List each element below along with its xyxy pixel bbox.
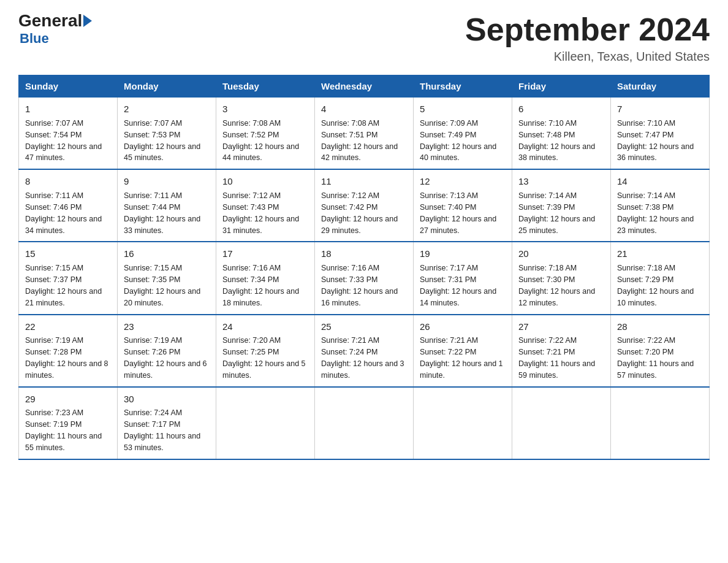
calendar-body: 1Sunrise: 7:07 AMSunset: 7:54 PMDaylight… bbox=[19, 98, 710, 459]
logo-arrow-icon bbox=[83, 15, 92, 27]
day-number: 28 bbox=[617, 320, 703, 334]
day-info: Sunrise: 7:12 AMSunset: 7:42 PMDaylight:… bbox=[321, 191, 398, 235]
calendar-cell: 14Sunrise: 7:14 AMSunset: 7:38 PMDayligh… bbox=[611, 169, 710, 242]
day-info: Sunrise: 7:10 AMSunset: 7:47 PMDaylight:… bbox=[617, 119, 694, 163]
calendar-week-row: 22Sunrise: 7:19 AMSunset: 7:28 PMDayligh… bbox=[19, 315, 710, 387]
day-info: Sunrise: 7:21 AMSunset: 7:22 PMDaylight:… bbox=[420, 336, 503, 380]
calendar-cell: 23Sunrise: 7:19 AMSunset: 7:26 PMDayligh… bbox=[118, 315, 216, 387]
calendar-cell: 12Sunrise: 7:13 AMSunset: 7:40 PMDayligh… bbox=[414, 169, 512, 242]
day-info: Sunrise: 7:14 AMSunset: 7:38 PMDaylight:… bbox=[617, 191, 694, 235]
page-header: General Blue September 2024 Killeen, Tex… bbox=[18, 12, 710, 64]
day-info: Sunrise: 7:18 AMSunset: 7:30 PMDaylight:… bbox=[518, 264, 595, 307]
day-info: Sunrise: 7:22 AMSunset: 7:20 PMDaylight:… bbox=[617, 336, 694, 380]
day-info: Sunrise: 7:14 AMSunset: 7:39 PMDaylight:… bbox=[518, 191, 595, 235]
calendar-week-row: 29Sunrise: 7:23 AMSunset: 7:19 PMDayligh… bbox=[19, 387, 710, 459]
day-info: Sunrise: 7:07 AMSunset: 7:53 PMDaylight:… bbox=[124, 119, 200, 163]
calendar-cell: 25Sunrise: 7:21 AMSunset: 7:24 PMDayligh… bbox=[315, 315, 414, 387]
day-number: 2 bbox=[124, 102, 210, 116]
day-number: 4 bbox=[321, 102, 407, 116]
calendar-cell: 19Sunrise: 7:17 AMSunset: 7:31 PMDayligh… bbox=[414, 242, 512, 314]
day-number: 23 bbox=[124, 320, 210, 334]
day-info: Sunrise: 7:18 AMSunset: 7:29 PMDaylight:… bbox=[617, 264, 694, 307]
logo-general: General bbox=[18, 12, 92, 29]
calendar-cell: 30Sunrise: 7:24 AMSunset: 7:17 PMDayligh… bbox=[118, 387, 216, 459]
day-info: Sunrise: 7:24 AMSunset: 7:17 PMDaylight:… bbox=[124, 408, 200, 452]
day-info: Sunrise: 7:17 AMSunset: 7:31 PMDaylight:… bbox=[420, 264, 496, 307]
calendar-cell: 8Sunrise: 7:11 AMSunset: 7:46 PMDaylight… bbox=[19, 169, 118, 242]
day-number: 29 bbox=[25, 393, 111, 406]
calendar-cell bbox=[216, 387, 315, 459]
calendar-cell: 7Sunrise: 7:10 AMSunset: 7:47 PMDaylight… bbox=[611, 98, 710, 170]
title-block: September 2024 Killeen, Texas, United St… bbox=[465, 12, 710, 64]
day-header-saturday: Saturday bbox=[611, 75, 710, 98]
day-info: Sunrise: 7:08 AMSunset: 7:51 PMDaylight:… bbox=[321, 119, 398, 163]
calendar-cell: 18Sunrise: 7:16 AMSunset: 7:33 PMDayligh… bbox=[315, 242, 414, 314]
calendar-cell bbox=[315, 387, 414, 459]
calendar-cell: 17Sunrise: 7:16 AMSunset: 7:34 PMDayligh… bbox=[216, 242, 315, 314]
calendar-cell: 9Sunrise: 7:11 AMSunset: 7:44 PMDaylight… bbox=[118, 169, 216, 242]
calendar-cell: 6Sunrise: 7:10 AMSunset: 7:48 PMDaylight… bbox=[512, 98, 611, 170]
day-info: Sunrise: 7:07 AMSunset: 7:54 PMDaylight:… bbox=[25, 119, 102, 163]
day-number: 11 bbox=[321, 175, 407, 188]
day-info: Sunrise: 7:12 AMSunset: 7:43 PMDaylight:… bbox=[222, 191, 299, 235]
day-number: 13 bbox=[518, 175, 604, 188]
day-number: 9 bbox=[124, 175, 210, 188]
calendar-week-row: 8Sunrise: 7:11 AMSunset: 7:46 PMDaylight… bbox=[19, 169, 710, 242]
calendar-cell bbox=[414, 387, 512, 459]
calendar-title: September 2024 bbox=[465, 12, 710, 47]
calendar-cell: 20Sunrise: 7:18 AMSunset: 7:30 PMDayligh… bbox=[512, 242, 611, 314]
calendar-cell: 2Sunrise: 7:07 AMSunset: 7:53 PMDaylight… bbox=[118, 98, 216, 170]
day-number: 17 bbox=[222, 247, 308, 261]
day-header-monday: Monday bbox=[118, 75, 216, 98]
day-info: Sunrise: 7:19 AMSunset: 7:28 PMDaylight:… bbox=[25, 336, 108, 380]
day-number: 27 bbox=[518, 320, 604, 334]
calendar-cell: 21Sunrise: 7:18 AMSunset: 7:29 PMDayligh… bbox=[611, 242, 710, 314]
day-info: Sunrise: 7:11 AMSunset: 7:46 PMDaylight:… bbox=[25, 191, 102, 235]
day-info: Sunrise: 7:16 AMSunset: 7:34 PMDaylight:… bbox=[222, 264, 299, 307]
calendar-cell: 29Sunrise: 7:23 AMSunset: 7:19 PMDayligh… bbox=[19, 387, 118, 459]
calendar-cell: 15Sunrise: 7:15 AMSunset: 7:37 PMDayligh… bbox=[19, 242, 118, 314]
day-info: Sunrise: 7:16 AMSunset: 7:33 PMDaylight:… bbox=[321, 264, 398, 307]
calendar-cell: 1Sunrise: 7:07 AMSunset: 7:54 PMDaylight… bbox=[19, 98, 118, 170]
day-number: 15 bbox=[25, 247, 111, 261]
calendar-location: Killeen, Texas, United States bbox=[465, 50, 710, 64]
day-number: 7 bbox=[617, 102, 703, 116]
calendar-cell: 24Sunrise: 7:20 AMSunset: 7:25 PMDayligh… bbox=[216, 315, 315, 387]
calendar-cell: 13Sunrise: 7:14 AMSunset: 7:39 PMDayligh… bbox=[512, 169, 611, 242]
day-info: Sunrise: 7:19 AMSunset: 7:26 PMDaylight:… bbox=[124, 336, 207, 380]
day-info: Sunrise: 7:11 AMSunset: 7:44 PMDaylight:… bbox=[124, 191, 200, 235]
day-info: Sunrise: 7:15 AMSunset: 7:37 PMDaylight:… bbox=[25, 264, 102, 307]
day-number: 8 bbox=[25, 175, 111, 188]
day-header-sunday: Sunday bbox=[19, 75, 118, 98]
day-info: Sunrise: 7:21 AMSunset: 7:24 PMDaylight:… bbox=[321, 336, 404, 380]
day-info: Sunrise: 7:09 AMSunset: 7:49 PMDaylight:… bbox=[420, 119, 496, 163]
day-number: 30 bbox=[124, 393, 210, 406]
calendar-cell: 5Sunrise: 7:09 AMSunset: 7:49 PMDaylight… bbox=[414, 98, 512, 170]
calendar-table: SundayMondayTuesdayWednesdayThursdayFrid… bbox=[18, 75, 710, 460]
calendar-cell: 16Sunrise: 7:15 AMSunset: 7:35 PMDayligh… bbox=[118, 242, 216, 314]
day-header-tuesday: Tuesday bbox=[216, 75, 315, 98]
day-info: Sunrise: 7:20 AMSunset: 7:25 PMDaylight:… bbox=[222, 336, 306, 380]
calendar-cell: 27Sunrise: 7:22 AMSunset: 7:21 PMDayligh… bbox=[512, 315, 611, 387]
logo-blue: Blue bbox=[20, 31, 49, 47]
calendar-week-row: 1Sunrise: 7:07 AMSunset: 7:54 PMDaylight… bbox=[19, 98, 710, 170]
day-header-friday: Friday bbox=[512, 75, 611, 98]
day-info: Sunrise: 7:15 AMSunset: 7:35 PMDaylight:… bbox=[124, 264, 200, 307]
calendar-header: SundayMondayTuesdayWednesdayThursdayFrid… bbox=[19, 75, 710, 98]
calendar-cell: 11Sunrise: 7:12 AMSunset: 7:42 PMDayligh… bbox=[315, 169, 414, 242]
calendar-cell: 4Sunrise: 7:08 AMSunset: 7:51 PMDaylight… bbox=[315, 98, 414, 170]
day-number: 16 bbox=[124, 247, 210, 261]
calendar-cell: 26Sunrise: 7:21 AMSunset: 7:22 PMDayligh… bbox=[414, 315, 512, 387]
calendar-cell: 28Sunrise: 7:22 AMSunset: 7:20 PMDayligh… bbox=[611, 315, 710, 387]
day-number: 14 bbox=[617, 175, 703, 188]
day-info: Sunrise: 7:22 AMSunset: 7:21 PMDaylight:… bbox=[518, 336, 595, 380]
day-header-thursday: Thursday bbox=[414, 75, 512, 98]
day-number: 1 bbox=[25, 102, 111, 116]
day-number: 12 bbox=[420, 175, 506, 188]
calendar-cell: 22Sunrise: 7:19 AMSunset: 7:28 PMDayligh… bbox=[19, 315, 118, 387]
calendar-cell bbox=[611, 387, 710, 459]
day-info: Sunrise: 7:08 AMSunset: 7:52 PMDaylight:… bbox=[222, 119, 299, 163]
calendar-week-row: 15Sunrise: 7:15 AMSunset: 7:37 PMDayligh… bbox=[19, 242, 710, 314]
day-number: 5 bbox=[420, 102, 506, 116]
day-info: Sunrise: 7:10 AMSunset: 7:48 PMDaylight:… bbox=[518, 119, 595, 163]
